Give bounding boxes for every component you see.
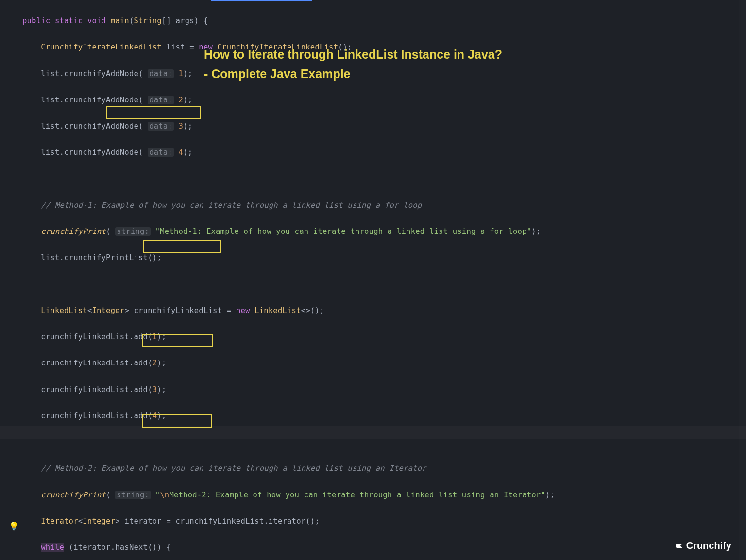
param-hint: data:	[148, 148, 174, 157]
code-line: crunchifyPrint( string: "\nMethod-2: Exa…	[22, 489, 746, 502]
code-line: LinkedList<Integer> crunchifyLinkedList …	[22, 304, 746, 317]
code-line: list.crunchifyAddNode( data: 3);	[22, 120, 746, 133]
crunchify-logo-icon	[675, 541, 684, 551]
code-line: crunchifyLinkedList.add(4);	[22, 410, 746, 423]
param-hint: data:	[148, 122, 174, 131]
title-line-2: - Complete Java Example	[204, 67, 351, 81]
code-line	[22, 436, 746, 449]
param-hint: string:	[115, 491, 151, 499]
code-line: crunchifyLinkedList.add(2);	[22, 357, 746, 370]
code-line: crunchifyLinkedList.add(1);	[22, 330, 746, 344]
code-line: crunchifyPrint( string: "Method-1: Examp…	[22, 225, 746, 238]
param-hint: string:	[115, 227, 151, 236]
code-line: public static void main(String[] args) {	[22, 15, 746, 28]
code-line: list.crunchifyAddNode( data: 2);	[22, 94, 746, 107]
code-line	[22, 278, 746, 291]
code-line: list.crunchifyAddNode( data: 4);	[22, 146, 746, 159]
code-editor[interactable]: public static void main(String[] args) {…	[0, 0, 746, 560]
article-title-overlay: How to Iterate through LinkedList Instan…	[204, 45, 502, 83]
code-line: while (iterator.hasNext()) {	[22, 541, 746, 554]
intention-bulb-icon[interactable]: 💡	[9, 519, 19, 534]
code-line	[22, 173, 746, 186]
code-line: // Method-1: Example of how you can iter…	[22, 199, 746, 212]
param-hint: data:	[148, 69, 174, 78]
code-line: list.crunchifyPrintList();	[22, 251, 746, 264]
brand-name: Crunchify	[686, 537, 731, 554]
code-line: crunchifyLinkedList.add(3);	[22, 383, 746, 396]
param-hint: data:	[148, 96, 174, 104]
brand-watermark: Crunchify	[675, 537, 731, 554]
title-line-1: How to Iterate through LinkedList Instan…	[204, 48, 502, 61]
code-line: Iterator<Integer> iterator = crunchifyLi…	[22, 515, 746, 528]
code-line: // Method-2: Example of how you can iter…	[22, 462, 746, 475]
